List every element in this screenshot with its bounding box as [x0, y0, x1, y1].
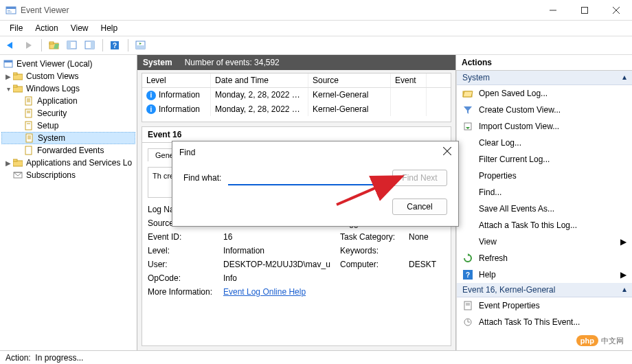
menu-action[interactable]: Action	[30, 22, 63, 34]
collapse-icon[interactable]: ▴	[622, 284, 627, 294]
close-icon[interactable]	[443, 147, 451, 157]
nav-subscriptions[interactable]: Subscriptions	[1, 169, 135, 181]
php-badge: php	[576, 335, 598, 346]
maximize-button[interactable]	[569, 0, 600, 21]
nav-apps-services[interactable]: ▶ Applications and Services Lo	[1, 157, 135, 169]
expand-icon[interactable]: ▶	[4, 159, 12, 167]
nav-setup[interactable]: Setup	[1, 120, 135, 132]
col-source[interactable]: Source	[308, 73, 391, 87]
expand-icon[interactable]: ▶	[4, 73, 12, 80]
nav-security[interactable]: Security	[1, 107, 135, 120]
nav-windows-logs[interactable]: ▾ Windows Logs	[1, 82, 135, 95]
find-titlebar[interactable]: Find	[172, 141, 458, 163]
cell-date: Monday, 2, 28, 2022 11:2…	[211, 102, 308, 117]
chevron-right-icon: ▶	[620, 270, 627, 280]
action-view[interactable]: View▶	[457, 234, 632, 250]
menu-file[interactable]: File	[4, 22, 28, 34]
collapse-icon[interactable]: ▴	[622, 72, 627, 82]
nav-application[interactable]: Application	[1, 95, 135, 107]
event-count: Number of events: 34,592	[185, 58, 280, 67]
svg-rect-1	[6, 7, 16, 9]
find-input[interactable]	[228, 170, 385, 185]
tool-preview-button[interactable]	[133, 38, 149, 53]
col-date[interactable]: Date and Time	[211, 73, 308, 87]
action-event-properties[interactable]: Event Properties	[457, 297, 632, 314]
svg-rect-54	[464, 302, 471, 310]
back-button[interactable]	[3, 38, 19, 53]
tool-folder-button[interactable]	[46, 38, 63, 53]
toolbar-sep	[41, 39, 42, 52]
find-next-button[interactable]: Find Next	[392, 170, 447, 186]
nav-root[interactable]: Event Viewer (Local)	[1, 58, 135, 70]
menu-view[interactable]: View	[65, 22, 94, 34]
cell-source: Kernel-General	[308, 102, 391, 117]
center-header: System Number of events: 34,592	[137, 55, 455, 70]
log-name-header: System	[143, 58, 172, 67]
action-clear-log[interactable]: Clear Log...	[457, 135, 632, 151]
col-level[interactable]: Level	[142, 73, 211, 87]
svg-rect-11	[49, 42, 54, 44]
minimize-button[interactable]	[537, 0, 569, 21]
actions-scroll[interactable]: System ▴ Open Saved Log... Create Custom…	[456, 71, 632, 350]
action-filter-log[interactable]: Filter Current Log...	[457, 151, 632, 168]
action-save-all-events[interactable]: Save All Events As...	[457, 201, 632, 217]
folder-open-icon	[462, 88, 473, 99]
action-attach-task-event[interactable]: Attach Task To This Event...	[457, 314, 632, 330]
action-help[interactable]: ?Help▶	[457, 266, 632, 283]
val-eventid: 16	[223, 232, 340, 242]
tool-help-button[interactable]: ?	[107, 38, 124, 53]
nav-forwarded[interactable]: Forwarded Events	[1, 144, 135, 157]
nav-tree[interactable]: Event Viewer (Local) ▶ Custom Views ▾ Wi…	[0, 55, 137, 350]
window-title: Event Viewer	[21, 5, 537, 15]
toolbar-sep-3	[128, 39, 128, 52]
find-what-label: Find what:	[183, 173, 221, 183]
svg-rect-3	[8, 12, 12, 12]
blank-icon	[462, 154, 473, 165]
nav-label: Windows Logs	[26, 84, 80, 93]
col-event[interactable]: Event	[391, 73, 427, 87]
actions-section-system[interactable]: System ▴	[457, 71, 632, 85]
forward-button[interactable]	[21, 38, 37, 53]
action-attach-task-log[interactable]: Attach a Task To this Log...	[457, 217, 632, 234]
log-icon	[23, 145, 34, 156]
subscriptions-icon	[12, 170, 23, 181]
svg-marker-50	[466, 124, 470, 129]
app-icon	[5, 5, 16, 16]
nav-custom-views[interactable]: ▶ Custom Views	[1, 70, 135, 82]
action-open-saved-log[interactable]: Open Saved Log...	[457, 85, 632, 102]
actions-section-event[interactable]: Event 16, Kernel-General ▴	[457, 283, 632, 297]
table-row[interactable]: iInformation Monday, 2, 28, 2022 11:2… K…	[142, 88, 451, 102]
svg-rect-28	[25, 97, 32, 105]
val-opcode: Info	[223, 273, 340, 283]
info-icon: i	[146, 91, 156, 100]
events-grid[interactable]: Level Date and Time Source Event iInform…	[142, 73, 451, 122]
close-button[interactable]	[600, 0, 632, 21]
table-row[interactable]: iInformation Monday, 2, 28, 2022 11:2… K…	[142, 102, 451, 117]
action-create-custom-view[interactable]: Create Custom View...	[457, 102, 632, 118]
action-properties[interactable]: Properties	[457, 168, 632, 184]
cancel-button[interactable]: Cancel	[392, 198, 447, 215]
titlebar: Event Viewer	[0, 0, 632, 21]
svg-rect-35	[25, 122, 32, 130]
nav-label: Custom Views	[26, 71, 78, 81]
svg-text:?: ?	[113, 42, 117, 49]
menubar: File Action View Help	[0, 21, 632, 36]
nav-system[interactable]: System	[1, 132, 135, 144]
svg-rect-37	[26, 134, 32, 142]
lbl-taskcat: Task Category:	[340, 232, 409, 242]
tool-pane2-button[interactable]	[82, 38, 98, 53]
collapse-icon[interactable]: ▾	[4, 85, 12, 93]
action-import-custom-view[interactable]: Import Custom View...	[457, 118, 632, 135]
tool-pane1-button[interactable]	[64, 38, 80, 53]
nav-label: System	[38, 133, 65, 143]
log-icon	[23, 108, 34, 119]
link-online-help[interactable]: Event Log Online Help	[223, 287, 306, 297]
info-icon: i	[146, 104, 156, 114]
chevron-right-icon: ▶	[620, 237, 627, 247]
action-refresh[interactable]: Refresh	[457, 250, 632, 266]
blank-icon	[462, 203, 473, 214]
svg-rect-43	[13, 159, 17, 161]
menu-help[interactable]: Help	[95, 22, 124, 34]
action-find[interactable]: Find...	[457, 184, 632, 201]
lbl-eventid: Event ID:	[148, 232, 223, 242]
